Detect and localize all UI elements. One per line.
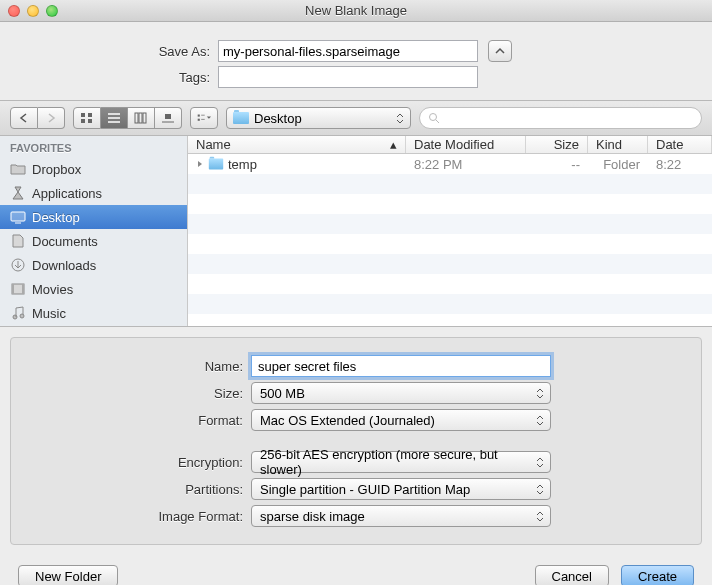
folder-icon — [233, 112, 249, 124]
svg-rect-2 — [81, 119, 85, 123]
apps-icon — [10, 185, 26, 201]
create-button[interactable]: Create — [621, 565, 694, 585]
dialog-footer: New Folder Cancel Create — [0, 555, 712, 585]
image-name-input[interactable] — [251, 355, 551, 377]
search-icon — [428, 112, 440, 124]
size-popup[interactable]: 500 MB — [251, 382, 551, 404]
format-popup[interactable]: Mac OS Extended (Journaled) — [251, 409, 551, 431]
updown-chevron-icon — [533, 385, 547, 401]
partitions-popup[interactable]: Single partition - GUID Partition Map — [251, 478, 551, 500]
back-button[interactable] — [10, 107, 38, 129]
file-browser: FAVORITES Dropbox Applications Desktop D… — [0, 136, 712, 327]
file-list: Name▴ Date Modified Size Kind Date temp … — [188, 136, 712, 326]
updown-chevron-icon — [533, 412, 547, 428]
svg-rect-8 — [139, 113, 142, 123]
sidebar-item-label: Music — [32, 306, 66, 321]
svg-rect-9 — [143, 113, 146, 123]
name-label: Name: — [11, 359, 251, 374]
updown-chevron-icon — [533, 454, 547, 470]
svg-rect-3 — [88, 119, 92, 123]
column-date-modified[interactable]: Date Modified — [406, 136, 526, 153]
file-date: 8:22 PM — [406, 157, 526, 172]
sidebar-item-documents[interactable]: Documents — [0, 229, 187, 253]
tags-label: Tags: — [0, 70, 218, 85]
new-folder-button[interactable]: New Folder — [18, 565, 118, 585]
sidebar-item-label: Desktop — [32, 210, 80, 225]
downloads-icon — [10, 257, 26, 273]
save-as-label: Save As: — [0, 44, 218, 59]
file-size: -- — [526, 157, 588, 172]
encryption-label: Encryption: — [11, 455, 251, 470]
updown-chevron-icon — [533, 481, 547, 497]
save-panel: Save As: Tags: — [0, 22, 712, 100]
desktop-icon — [10, 209, 26, 225]
file-extra: 8:22 — [648, 157, 712, 172]
sidebar-item-label: Applications — [32, 186, 102, 201]
updown-chevron-icon — [533, 508, 547, 524]
updown-chevron-icon — [396, 113, 404, 124]
sidebar-header: FAVORITES — [0, 136, 187, 157]
forward-button[interactable] — [38, 107, 65, 129]
browser-toolbar: Desktop — [0, 100, 712, 136]
svg-rect-23 — [22, 284, 24, 294]
folder-icon — [209, 159, 223, 170]
chevron-up-icon — [495, 46, 505, 56]
tags-input[interactable] — [218, 66, 478, 88]
coverflow-view-button[interactable] — [155, 107, 182, 129]
sidebar-item-music[interactable]: Music — [0, 301, 187, 325]
svg-point-16 — [430, 114, 437, 121]
arrange-button-group — [190, 107, 218, 129]
location-popup[interactable]: Desktop — [226, 107, 411, 129]
save-as-input[interactable] — [218, 40, 478, 62]
image-options-panel: Name: Size: 500 MB Format: Mac OS Extend… — [10, 337, 702, 545]
column-view-button[interactable] — [128, 107, 155, 129]
svg-rect-18 — [11, 212, 25, 221]
view-mode-buttons — [73, 107, 182, 129]
sidebar-item-label: Documents — [32, 234, 98, 249]
svg-rect-0 — [81, 113, 85, 117]
sidebar: FAVORITES Dropbox Applications Desktop D… — [0, 136, 188, 326]
sidebar-item-dropbox[interactable]: Dropbox — [0, 157, 187, 181]
window-title: New Blank Image — [0, 3, 712, 18]
sidebar-item-desktop[interactable]: Desktop — [0, 205, 187, 229]
list-view-button[interactable] — [101, 107, 128, 129]
size-label: Size: — [11, 386, 251, 401]
documents-icon — [10, 233, 26, 249]
sidebar-item-movies[interactable]: Movies — [0, 277, 187, 301]
sidebar-item-applications[interactable]: Applications — [0, 181, 187, 205]
image-format-label: Image Format: — [11, 509, 251, 524]
search-input[interactable] — [419, 107, 702, 129]
sidebar-item-downloads[interactable]: Downloads — [0, 253, 187, 277]
arrange-button[interactable] — [190, 107, 218, 129]
svg-rect-1 — [88, 113, 92, 117]
column-extra[interactable]: Date — [648, 136, 712, 153]
svg-rect-7 — [135, 113, 138, 123]
svg-rect-13 — [198, 119, 200, 121]
svg-rect-10 — [165, 114, 171, 119]
list-row[interactable]: temp 8:22 PM -- Folder 8:22 — [188, 154, 712, 174]
encryption-popup[interactable]: 256-bit AES encryption (more secure, but… — [251, 451, 551, 473]
svg-rect-12 — [198, 115, 200, 117]
collapse-browser-button[interactable] — [488, 40, 512, 62]
disclosure-triangle-icon[interactable] — [196, 160, 204, 168]
list-header: Name▴ Date Modified Size Kind Date — [188, 136, 712, 154]
file-name: temp — [228, 157, 257, 172]
sidebar-item-label: Dropbox — [32, 162, 81, 177]
icon-view-button[interactable] — [73, 107, 101, 129]
sort-ascending-icon: ▴ — [390, 137, 397, 152]
file-kind: Folder — [588, 157, 648, 172]
column-name[interactable]: Name▴ — [188, 136, 406, 153]
column-kind[interactable]: Kind — [588, 136, 648, 153]
nav-buttons — [10, 107, 65, 129]
sidebar-item-label: Downloads — [32, 258, 96, 273]
cancel-button[interactable]: Cancel — [535, 565, 609, 585]
music-icon — [10, 305, 26, 321]
image-format-popup[interactable]: sparse disk image — [251, 505, 551, 527]
svg-point-25 — [20, 314, 24, 318]
list-body[interactable]: temp 8:22 PM -- Folder 8:22 — [188, 154, 712, 326]
column-size[interactable]: Size — [526, 136, 588, 153]
window-titlebar: New Blank Image — [0, 0, 712, 22]
svg-line-17 — [436, 120, 439, 123]
folder-icon — [10, 161, 26, 177]
svg-rect-22 — [12, 284, 14, 294]
